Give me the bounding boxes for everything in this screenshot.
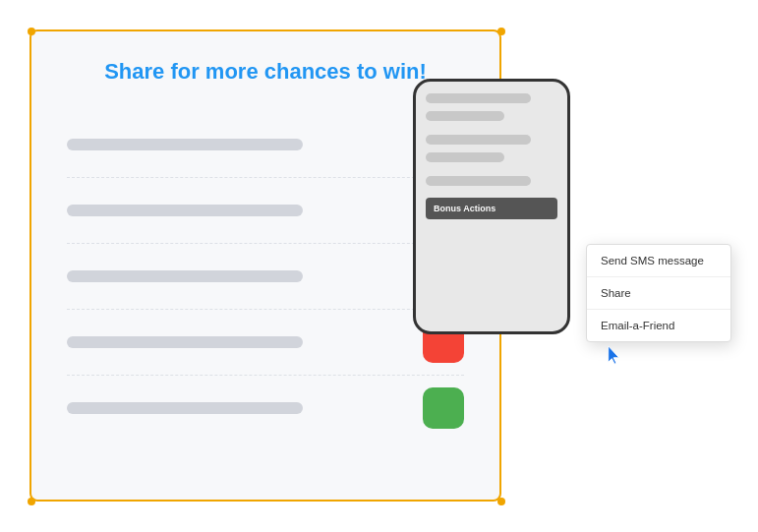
phone-bar-5: [426, 176, 531, 186]
entry-row-1: [67, 112, 464, 178]
phone-bar-2: [426, 111, 504, 121]
bonus-actions-label: Bonus Actions: [434, 204, 496, 213]
corner-bl: [28, 498, 35, 505]
dropdown-item-share[interactable]: Share: [587, 277, 730, 310]
entry-row-4: [67, 310, 464, 376]
entry-row-3: [67, 244, 464, 310]
entry-icon-green: [423, 387, 464, 429]
dropdown-menu: Send SMS message Share Email-a-Friend: [586, 244, 731, 342]
entry-row-5: [67, 376, 464, 441]
corner-br: [497, 498, 505, 505]
corner-tl: [28, 28, 35, 35]
svg-marker-0: [609, 346, 619, 364]
entry-row-2: [67, 178, 464, 244]
phone-highlight-row[interactable]: Bonus Actions: [426, 198, 557, 219]
dropdown-item-email[interactable]: Email-a-Friend: [587, 310, 730, 341]
entry-bar-5: [67, 402, 303, 414]
dropdown-item-sms[interactable]: Send SMS message: [587, 245, 730, 277]
entry-bar-4: [67, 336, 303, 348]
phone-bar-1: [426, 93, 531, 103]
entry-bar-1: [67, 139, 303, 150]
entry-bar-2: [67, 205, 303, 216]
scene: Share for more chances to win!: [0, 0, 758, 532]
card-title: Share for more chances to win!: [67, 59, 464, 85]
entry-bar-3: [67, 270, 303, 282]
phone-bar-4: [426, 152, 504, 162]
phone-mockup: Bonus Actions: [413, 79, 570, 334]
corner-tr: [497, 28, 505, 35]
phone-bar-3: [426, 135, 531, 145]
